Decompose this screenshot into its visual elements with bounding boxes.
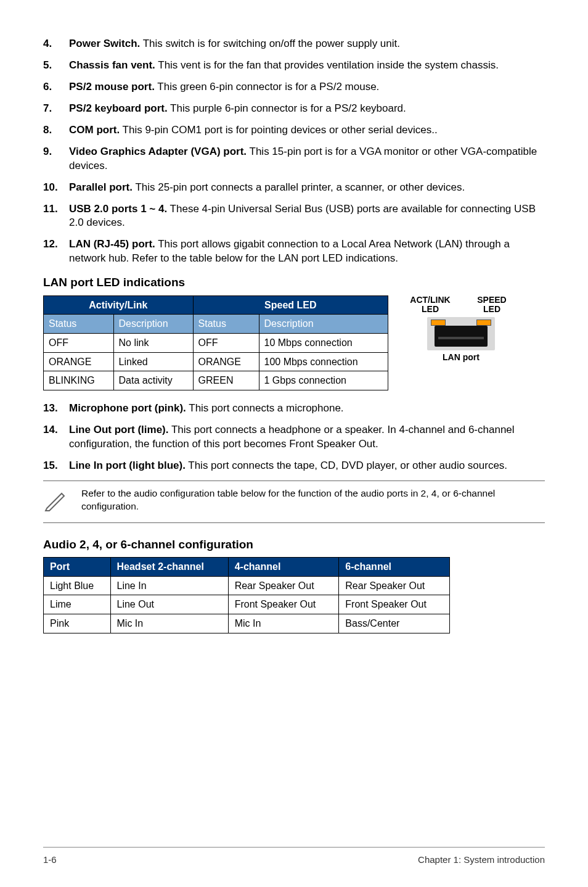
item-number: 12.: [43, 237, 69, 266]
cell: Pink: [44, 614, 111, 633]
item-number: 15.: [43, 459, 69, 473]
cell: OFF: [193, 334, 259, 353]
item-number: 4.: [43, 37, 69, 51]
item-title: Chassis fan vent.: [69, 59, 155, 71]
item-body: USB 2.0 ports 1 ~ 4. These 4-pin Univers…: [69, 202, 545, 231]
item-title: Video Graphics Adapter (VGA) port.: [69, 146, 247, 157]
audio-config-table: Port Headset 2-channel 4-channel 6-chann…: [43, 557, 450, 633]
led-label-bottom: LED: [483, 304, 500, 314]
chapter-label: Chapter 1: System introduction: [418, 854, 545, 866]
item-body: PS/2 keyboard port. This purple 6-pin co…: [69, 102, 545, 116]
cell: Light Blue: [44, 576, 111, 595]
item-number: 8.: [43, 123, 69, 138]
item-body: Microphone port (pink). This port connec…: [69, 402, 545, 416]
item-title: PS/2 mouse port.: [69, 81, 155, 93]
table-row: Pink Mic In Mic In Bass/Center: [44, 614, 450, 633]
cell: Front Speaker Out: [339, 595, 450, 614]
table-row: ORANGE Linked ORANGE 100 Mbps connection: [44, 352, 388, 371]
cell: No link: [113, 334, 193, 353]
lan-group-header: Speed LED: [193, 295, 388, 315]
lan-sub-header: Description: [113, 315, 193, 334]
item-body: COM port. This 9-pin COM1 port is for po…: [69, 123, 545, 138]
cell: 1 Gbps connection: [259, 371, 388, 390]
svg-marker-0: [46, 493, 64, 511]
note-block: Refer to the audio configuration table b…: [43, 481, 545, 523]
item-body: Video Graphics Adapter (VGA) port. This …: [69, 145, 545, 173]
cell: ORANGE: [193, 352, 259, 371]
item-text: This port connects a microphone.: [186, 402, 344, 414]
page-footer: 1-6 Chapter 1: System introduction: [43, 847, 545, 866]
speed-led-icon: [476, 320, 491, 326]
cell: GREEN: [193, 371, 259, 390]
item-text: This vent is for the fan that provides v…: [155, 59, 499, 71]
audio-section-title: Audio 2, 4, or 6-channel configuration: [43, 537, 545, 553]
cell: Line In: [110, 576, 228, 595]
item-text: This port connects the tape, CD, DVD pla…: [186, 460, 507, 471]
item-number: 7.: [43, 102, 69, 116]
audio-header: Port: [44, 558, 111, 577]
cell: Rear Speaker Out: [339, 576, 450, 595]
table-row: Light Blue Line In Rear Speaker Out Rear…: [44, 576, 450, 595]
item-body: Line Out port (lime). This port connects…: [69, 423, 545, 452]
table-row: OFF No link OFF 10 Mbps connection: [44, 334, 388, 353]
cell: Line Out: [110, 595, 228, 614]
item-body: Line In port (light blue). This port con…: [69, 459, 545, 473]
cell: Front Speaker Out: [228, 595, 339, 614]
item-text: This 25-pin port connects a parallel pri…: [133, 181, 465, 193]
lan-sub-header: Status: [44, 315, 114, 334]
item-body: LAN (RJ-45) port. This port allows gigab…: [69, 237, 545, 266]
led-label-bottom: LED: [422, 304, 439, 314]
note-text: Refer to the audio configuration table b…: [81, 487, 545, 513]
item-number: 5.: [43, 59, 69, 73]
item-body: Chassis fan vent. This vent is for the f…: [69, 59, 545, 73]
item-title: Line Out port (lime).: [69, 424, 169, 435]
cell: Bass/Center: [339, 614, 450, 633]
cell: Rear Speaker Out: [228, 576, 339, 595]
item-number: 9.: [43, 145, 69, 173]
item-title: LAN (RJ-45) port.: [69, 238, 155, 250]
table-row: BLINKING Data activity GREEN 1 Gbps conn…: [44, 371, 388, 390]
item-title: PS/2 keyboard port.: [69, 102, 168, 114]
audio-header: 4-channel: [228, 558, 339, 577]
item-title: USB 2.0 ports 1 ~ 4.: [69, 203, 167, 215]
port-description-list-2: 13.Microphone port (pink). This port con…: [43, 402, 545, 473]
cell: Mic In: [228, 614, 339, 633]
page-number: 1-6: [43, 854, 57, 866]
item-number: 10.: [43, 181, 69, 195]
item-number: 13.: [43, 402, 69, 416]
cell: OFF: [44, 334, 114, 353]
item-title: Parallel port.: [69, 181, 133, 193]
lan-group-header: Activity/Link: [44, 295, 194, 315]
led-label-top: SPEED: [477, 295, 506, 305]
audio-header: 6-channel: [339, 558, 450, 577]
item-text: This purple 6-pin connector is for a PS/…: [168, 102, 406, 114]
item-title: Power Switch.: [69, 38, 140, 49]
item-body: Power Switch. This switch is for switchi…: [69, 37, 545, 51]
item-title: Line In port (light blue).: [69, 460, 186, 471]
cell: BLINKING: [44, 371, 114, 390]
audio-header: Headset 2-channel: [110, 558, 228, 577]
lan-section-title: LAN port LED indications: [43, 274, 545, 291]
lan-led-table: Activity/Link Speed LED Status Descripti…: [43, 295, 388, 390]
cell: ORANGE: [44, 352, 114, 371]
item-body: Parallel port. This 25-pin port connects…: [69, 181, 545, 195]
cell: Lime: [44, 595, 111, 614]
item-body: PS/2 mouse port. This green 6-pin connec…: [69, 80, 545, 94]
item-title: COM port.: [69, 124, 120, 136]
item-number: 11.: [43, 202, 69, 231]
item-text: This green 6-pin connector is for a PS/2…: [155, 81, 379, 93]
item-text: This switch is for switching on/off the …: [140, 38, 400, 49]
lan-port-diagram: ACT/LINKLED SPEEDLED LAN port: [406, 295, 517, 363]
item-title: Microphone port (pink).: [69, 402, 186, 414]
cell: Mic In: [110, 614, 228, 633]
cell: Data activity: [113, 371, 193, 390]
table-row: Lime Line Out Front Speaker Out Front Sp…: [44, 595, 450, 614]
lan-sub-header: Status: [193, 315, 259, 334]
act-link-led-icon: [431, 320, 446, 326]
item-number: 6.: [43, 80, 69, 94]
lan-sub-header: Description: [259, 315, 388, 334]
cell: 100 Mbps connection: [259, 352, 388, 371]
cell: Linked: [113, 352, 193, 371]
cell: 10 Mbps connection: [259, 334, 388, 353]
note-pencil-icon: [43, 487, 70, 516]
